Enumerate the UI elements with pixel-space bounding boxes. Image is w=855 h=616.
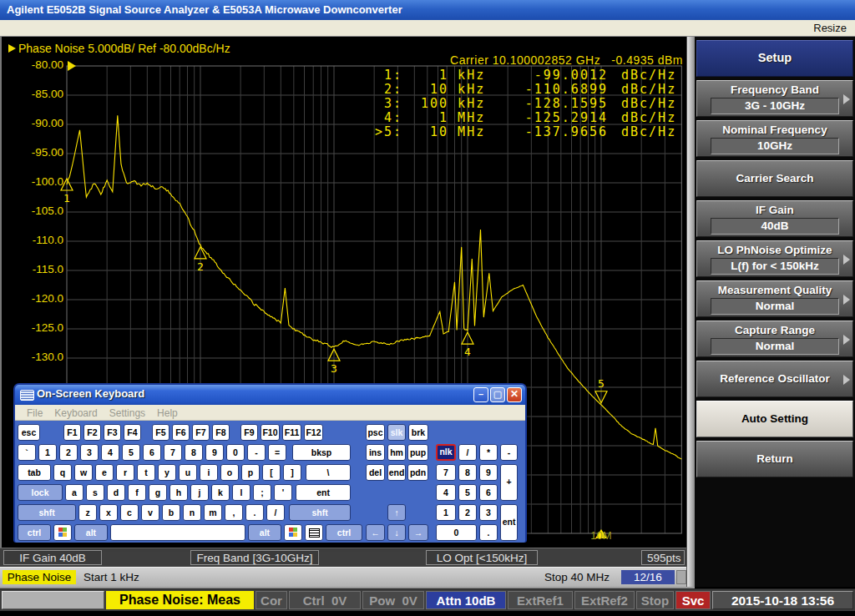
key-g[interactable]: g (149, 484, 167, 501)
key-8[interactable]: 8 (185, 444, 203, 461)
key-2[interactable]: 2 (59, 444, 78, 461)
key-t[interactable]: t (137, 464, 155, 481)
key-[[interactable]: [ (262, 464, 281, 481)
key-end[interactable]: end (387, 464, 406, 481)
key-←[interactable]: ← (366, 524, 385, 541)
keyboard-title-bar[interactable]: On-Screen Keyboard – ▢ ✕ (15, 385, 525, 405)
softkey-reference-oscillator[interactable]: Reference Oscillator (696, 361, 853, 397)
key-.[interactable]: . (245, 504, 264, 521)
key-o[interactable]: o (220, 464, 239, 481)
key-\[interactable]: \ (306, 464, 351, 481)
key-][interactable]: ] (283, 464, 301, 481)
key-h[interactable]: h (169, 484, 188, 501)
key-s[interactable]: s (86, 484, 104, 501)
key-/[interactable]: / (458, 444, 477, 461)
key--[interactable]: - (500, 444, 518, 461)
key-0[interactable]: 0 (436, 524, 477, 541)
context-menu-key[interactable] (305, 524, 323, 541)
key-r[interactable]: r (116, 464, 134, 481)
key-tab[interactable]: tab (18, 464, 51, 481)
key-a[interactable]: a (65, 484, 83, 501)
key-d[interactable]: d (107, 484, 125, 501)
maximize-button[interactable]: ▢ (490, 387, 505, 402)
key-3[interactable]: 3 (479, 504, 498, 521)
key-2[interactable]: 2 (458, 504, 477, 521)
softkey-auto-setting[interactable]: Auto Setting (696, 401, 853, 437)
key-5[interactable]: 5 (122, 444, 140, 461)
key-→[interactable]: → (408, 524, 428, 541)
keyboard-menu-keyboard[interactable]: Keyboard (54, 406, 97, 421)
key-=[interactable]: = (268, 444, 286, 461)
key-esc[interactable]: esc (18, 424, 40, 441)
key-n[interactable]: n (183, 504, 201, 521)
windows-logo-key[interactable] (53, 524, 72, 541)
key-slk[interactable]: slk (387, 424, 406, 441)
key-v[interactable]: v (141, 504, 159, 521)
key-F1[interactable]: F1 (63, 424, 81, 441)
key-m[interactable]: m (204, 504, 222, 521)
key-x[interactable]: x (99, 504, 118, 521)
softkey-measurement-quality[interactable]: Measurement QualityNormal (696, 280, 853, 317)
key-psc[interactable]: psc (366, 424, 385, 441)
key-F10[interactable]: F10 (261, 424, 280, 441)
keyboard-menu-file[interactable]: File (27, 406, 43, 421)
key-/[interactable]: / (266, 504, 285, 521)
key-alt[interactable]: alt (248, 524, 281, 541)
key-p[interactable]: p (241, 464, 260, 481)
windows-logo-key[interactable] (284, 524, 302, 541)
key-w[interactable]: w (74, 464, 93, 481)
key-9[interactable]: 9 (205, 444, 224, 461)
key-ins[interactable]: ins (366, 444, 385, 461)
key-q[interactable]: q (53, 464, 72, 481)
keyboard-menu-settings[interactable]: Settings (109, 406, 145, 421)
key-4[interactable]: 4 (101, 444, 119, 461)
softkey-nominal-frequency[interactable]: Nominal Frequency10GHz (696, 120, 853, 157)
close-button[interactable]: ✕ (507, 387, 522, 402)
key-pdn[interactable]: pdn (407, 464, 428, 481)
key-pup[interactable]: pup (407, 444, 428, 461)
key-z[interactable]: z (78, 504, 97, 521)
key-6[interactable]: 6 (143, 444, 161, 461)
resize-button[interactable]: Resize (813, 22, 855, 34)
keyboard-menu-help[interactable]: Help (157, 406, 178, 421)
key-bksp[interactable]: bksp (292, 444, 351, 461)
key-*[interactable]: * (479, 444, 498, 461)
key-'[interactable]: ' (274, 484, 292, 501)
key-del[interactable]: del (366, 464, 385, 481)
key-;[interactable]: ; (253, 484, 271, 501)
key-shft[interactable]: shft (18, 504, 76, 521)
key-l[interactable]: l (232, 484, 250, 501)
key-ctrl[interactable]: ctrl (326, 524, 362, 541)
key-c[interactable]: c (120, 504, 139, 521)
key-nlk[interactable]: nlk (436, 444, 456, 461)
key-b[interactable]: b (162, 504, 180, 521)
key-↓[interactable]: ↓ (387, 524, 406, 541)
key-j[interactable]: j (190, 484, 209, 501)
key-e[interactable]: e (95, 464, 114, 481)
key-F3[interactable]: F3 (104, 424, 121, 441)
key-`[interactable]: ` (18, 444, 36, 461)
key-.[interactable]: . (479, 524, 498, 541)
key-F2[interactable]: F2 (83, 424, 101, 441)
key-lock[interactable]: lock (18, 484, 63, 501)
key-F5[interactable]: F5 (152, 424, 169, 441)
key-k[interactable]: k (211, 484, 230, 501)
key-alt[interactable]: alt (74, 524, 108, 541)
key-F4[interactable]: F4 (124, 424, 141, 441)
key-F12[interactable]: F12 (304, 424, 323, 441)
key-1[interactable]: 1 (38, 444, 57, 461)
key-+[interactable]: + (500, 464, 518, 501)
key-ctrl[interactable]: ctrl (18, 524, 51, 541)
key-y[interactable]: y (158, 464, 176, 481)
softkey-return[interactable]: Return (696, 441, 853, 477)
key-F9[interactable]: F9 (240, 424, 258, 441)
minimize-button[interactable]: – (473, 387, 488, 402)
key-6[interactable]: 6 (479, 484, 498, 501)
key-4[interactable]: 4 (436, 484, 456, 501)
key-8[interactable]: 8 (458, 464, 477, 481)
softkey-capture-range[interactable]: Capture RangeNormal (696, 321, 853, 357)
softkey-frequency-band[interactable]: Frequency Band3G - 10GHz (696, 80, 853, 117)
key-ent[interactable]: ent (296, 484, 351, 501)
window-splitter[interactable] (686, 37, 695, 587)
space-key[interactable] (110, 524, 245, 541)
